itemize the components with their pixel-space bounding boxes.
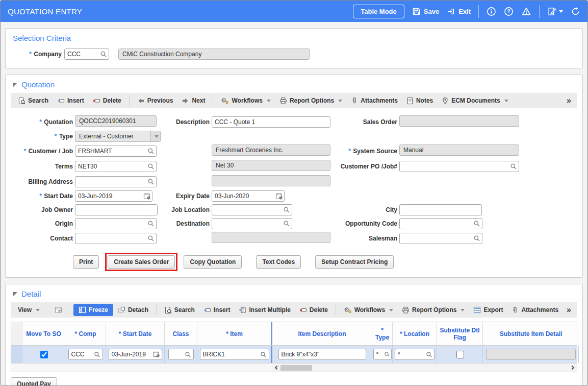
city-input[interactable]	[399, 204, 482, 215]
search-icon[interactable]	[259, 349, 269, 359]
origin-input[interactable]	[75, 220, 146, 227]
svg-text:?: ?	[507, 8, 510, 14]
quotation-title[interactable]: Quotation	[6, 75, 582, 91]
customer-job-input[interactable]	[75, 148, 146, 155]
search-icon[interactable]	[472, 219, 482, 229]
insert-button[interactable]: Insert	[53, 95, 88, 107]
search-icon[interactable]	[183, 349, 193, 359]
item-input[interactable]	[200, 351, 259, 358]
row-type-input[interactable]	[374, 351, 383, 358]
previous-button[interactable]: Previous	[133, 95, 177, 106]
class-field	[168, 349, 194, 360]
exit-button[interactable]: Exit	[447, 7, 471, 16]
detail-title[interactable]: Detail	[6, 284, 582, 300]
calendar-icon[interactable]	[274, 191, 284, 201]
freeze-button[interactable]: Freeze	[73, 304, 113, 316]
detail-delete-button[interactable]: Delete	[295, 304, 332, 316]
job-owner-input[interactable]	[75, 204, 158, 215]
detail-insert-button[interactable]: Insert	[199, 304, 235, 316]
export-button[interactable]: Export	[469, 304, 507, 316]
row-location-input[interactable]	[395, 351, 424, 358]
company-input[interactable]	[65, 51, 98, 58]
quoted-pay-button[interactable]: Quoted Pay	[11, 377, 57, 386]
search-icon[interactable]	[98, 49, 109, 59]
expiry-date-field	[212, 190, 285, 202]
chevron-down-icon	[389, 309, 393, 311]
substitute-dtl-flag-checkbox[interactable]	[456, 351, 464, 358]
scrollbar-thumb[interactable]	[280, 365, 312, 371]
substitute-item-detail-value	[486, 349, 576, 360]
destination-input[interactable]	[212, 220, 282, 227]
search-icon[interactable]	[146, 233, 156, 244]
scroll-left-button[interactable]	[272, 364, 280, 372]
next-arrow-icon	[182, 98, 189, 104]
calendar-icon[interactable]	[142, 191, 152, 201]
create-sales-order-button[interactable]: Create Sales Order	[108, 255, 175, 269]
notes-button[interactable]: Notes	[402, 95, 437, 107]
insert-multiple-button[interactable]: Insert Multiple	[235, 304, 294, 316]
search-icon[interactable]	[146, 161, 156, 172]
help-button[interactable]: ?	[504, 7, 514, 16]
search-icon[interactable]	[508, 161, 519, 172]
row-selector-cell[interactable]	[11, 346, 22, 363]
table-mode-button[interactable]: Table Mode	[353, 5, 404, 18]
info-button[interactable]	[487, 7, 496, 16]
edit-pencil-icon	[547, 7, 557, 16]
warning-button[interactable]	[521, 7, 531, 16]
search-icon[interactable]	[472, 233, 482, 244]
setup-contract-pricing-button[interactable]: Setup Contract Pricing	[315, 255, 394, 269]
search-icon[interactable]	[146, 146, 156, 156]
search-icon[interactable]	[282, 219, 292, 229]
detail-report-options-button[interactable]: Report Options	[398, 304, 469, 316]
type-select[interactable]: External - Customer	[75, 131, 161, 142]
detail-search-button[interactable]: Search	[160, 304, 199, 316]
query-by-example-button[interactable]	[50, 304, 67, 316]
search-icon[interactable]	[383, 349, 391, 359]
next-button[interactable]: Next	[177, 95, 209, 106]
terms-input[interactable]	[75, 163, 146, 170]
search-icon[interactable]	[424, 349, 434, 359]
contact-input[interactable]	[75, 235, 146, 242]
row-start-date-input[interactable]	[109, 351, 151, 358]
description-input[interactable]	[212, 116, 330, 128]
detach-button[interactable]: Detach	[114, 304, 152, 316]
search-icon[interactable]	[92, 349, 103, 359]
detail-workflows-button[interactable]: Workflows	[340, 304, 397, 316]
class-input[interactable]	[169, 351, 183, 358]
ecm-documents-button[interactable]: ECM Documents	[438, 95, 512, 107]
view-menu-button[interactable]: View	[14, 304, 44, 316]
item-description-input[interactable]	[278, 349, 366, 360]
text-codes-button[interactable]: Text Codes	[256, 255, 301, 269]
toolbar-overflow-button[interactable]: »	[564, 95, 574, 106]
dropdown-button[interactable]	[150, 131, 160, 141]
delete-button[interactable]: Delete	[89, 95, 125, 107]
job-location-input[interactable]	[212, 206, 282, 213]
search-icon[interactable]	[146, 177, 156, 187]
edit-menu-button[interactable]	[547, 7, 563, 16]
toolbar-overflow-button[interactable]: »	[564, 304, 574, 316]
scroll-right-button[interactable]	[569, 364, 577, 372]
comp-input[interactable]	[69, 351, 92, 358]
print-button[interactable]: Print	[73, 255, 99, 269]
search-icon[interactable]	[146, 219, 156, 229]
table-row[interactable]	[11, 346, 577, 363]
calendar-icon[interactable]	[151, 349, 162, 359]
customer-po-input[interactable]	[400, 163, 508, 170]
expiry-date-input[interactable]	[212, 192, 274, 200]
detail-attachments-button[interactable]: Attachments	[507, 304, 563, 316]
billing-address-input[interactable]	[75, 178, 146, 185]
report-options-button[interactable]: Report Options	[275, 95, 346, 107]
workflows-button[interactable]: Workflows	[217, 95, 274, 107]
opportunity-code-input[interactable]	[400, 220, 472, 227]
save-button[interactable]: Save	[412, 7, 439, 16]
salesman-input[interactable]	[400, 235, 472, 242]
search-button[interactable]: Search	[14, 95, 53, 107]
refresh-button[interactable]	[571, 7, 580, 16]
search-icon[interactable]	[282, 205, 292, 215]
start-date-input[interactable]	[75, 192, 142, 200]
copy-quotation-button[interactable]: Copy Quotation	[184, 255, 242, 269]
gears-icon	[344, 306, 352, 314]
move-to-so-checkbox[interactable]	[40, 351, 48, 358]
chevron-down-icon	[155, 135, 159, 138]
attachments-button[interactable]: Attachments	[347, 95, 402, 107]
